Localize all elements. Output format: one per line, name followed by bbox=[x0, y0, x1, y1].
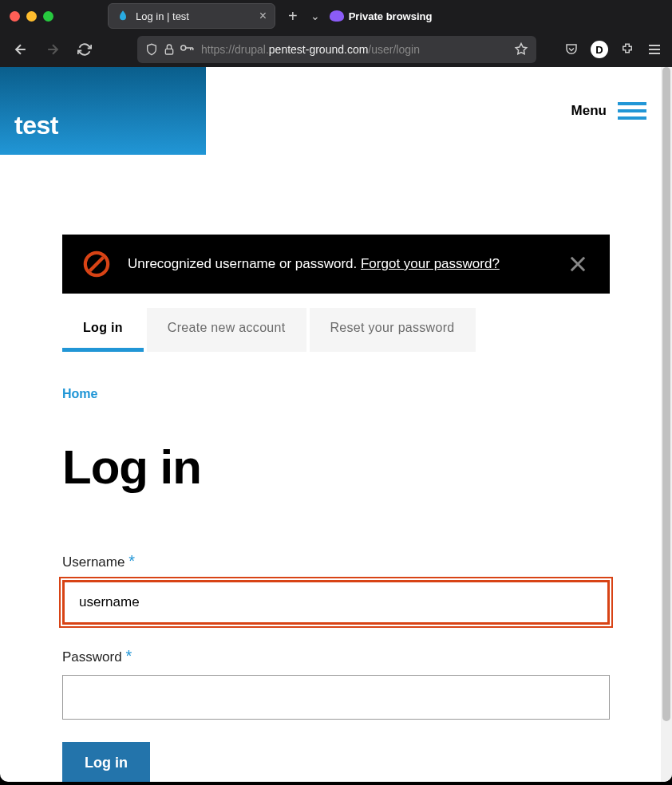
tab-login[interactable]: Log in bbox=[62, 308, 144, 352]
tab-close-icon[interactable]: × bbox=[259, 10, 267, 22]
back-button[interactable] bbox=[10, 38, 32, 61]
reload-button[interactable] bbox=[73, 38, 96, 61]
password-label: Password * bbox=[62, 647, 610, 665]
browser-toolbar: https://drupal.pentest-ground.com/user/l… bbox=[0, 32, 672, 67]
scrollbar[interactable] bbox=[661, 67, 672, 782]
window-maximize-button[interactable] bbox=[43, 11, 53, 22]
svg-point-1 bbox=[181, 45, 186, 50]
new-tab-button[interactable]: + bbox=[282, 7, 304, 26]
tab-create-account[interactable]: Create new account bbox=[147, 308, 306, 352]
pocket-icon[interactable] bbox=[563, 41, 579, 57]
window-minimize-button[interactable] bbox=[26, 11, 37, 22]
lock-icon bbox=[163, 43, 176, 56]
hamburger-icon[interactable] bbox=[618, 102, 646, 120]
shield-icon bbox=[145, 43, 158, 56]
site-header: test Menu bbox=[0, 67, 672, 155]
alert-message: Unrecognized username or password. Forgo… bbox=[128, 256, 549, 272]
password-input[interactable] bbox=[62, 675, 610, 720]
drupal-icon bbox=[117, 10, 129, 22]
extensions-icon[interactable] bbox=[619, 41, 635, 57]
app-menu-icon[interactable] bbox=[646, 41, 662, 57]
login-form: Username * Password * Log in bbox=[62, 552, 610, 782]
svg-rect-0 bbox=[165, 49, 172, 54]
username-label: Username * bbox=[62, 552, 610, 570]
error-icon bbox=[83, 250, 110, 278]
page-viewport: test Menu Unrecognized username or passw… bbox=[0, 67, 672, 782]
username-input[interactable] bbox=[62, 580, 610, 625]
site-logo[interactable]: test bbox=[0, 67, 206, 155]
breadcrumb: Home bbox=[62, 387, 610, 401]
close-icon[interactable] bbox=[567, 253, 589, 275]
scrollbar-thumb[interactable] bbox=[662, 67, 670, 721]
window-close-button[interactable] bbox=[10, 11, 20, 22]
page-title: Log in bbox=[62, 440, 610, 495]
url-bar[interactable]: https://drupal.pentest-ground.com/user/l… bbox=[137, 36, 536, 63]
main-content: Unrecognized username or password. Forgo… bbox=[0, 155, 672, 782]
private-label: Private browsing bbox=[349, 10, 433, 22]
breadcrumb-home[interactable]: Home bbox=[62, 387, 97, 400]
forgot-password-link[interactable]: Forgot your password? bbox=[361, 256, 500, 271]
login-button[interactable]: Log in bbox=[62, 742, 150, 782]
menu-label: Menu bbox=[571, 103, 607, 119]
url-text: https://drupal.pentest-ground.com/user/l… bbox=[201, 43, 508, 56]
forward-button[interactable] bbox=[42, 38, 64, 61]
tab-reset-password[interactable]: Reset your password bbox=[310, 308, 476, 352]
tab-dropdown-icon[interactable]: ⌄ bbox=[310, 10, 320, 22]
browser-chrome: Log in | test × + ⌄ Private browsing bbox=[0, 0, 672, 67]
local-tabs: Log in Create new account Reset your pas… bbox=[62, 308, 610, 352]
mask-icon bbox=[330, 10, 344, 22]
error-alert: Unrecognized username or password. Forgo… bbox=[62, 235, 610, 294]
svg-line-3 bbox=[90, 258, 104, 271]
tab-title: Log in | test bbox=[136, 10, 253, 22]
site-name: test bbox=[14, 111, 58, 140]
browser-tab[interactable]: Log in | test × bbox=[108, 3, 275, 29]
bookmark-star-icon[interactable] bbox=[514, 42, 528, 57]
private-browsing-badge: Private browsing bbox=[330, 10, 433, 22]
window-controls: Log in | test × + ⌄ Private browsing bbox=[0, 0, 672, 32]
key-icon bbox=[180, 43, 195, 53]
account-icon[interactable]: D bbox=[591, 41, 608, 58]
